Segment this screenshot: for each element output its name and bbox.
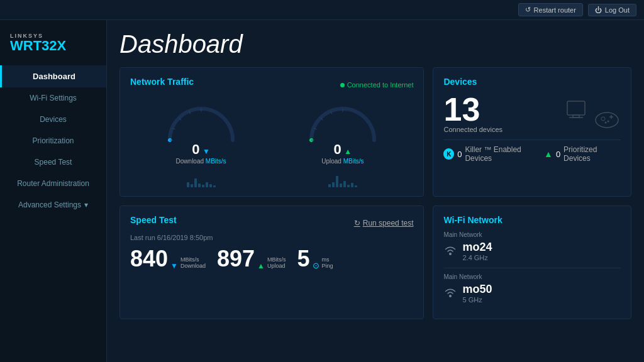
wifi-divider [443,268,621,268]
wifi-section-2: Main Network mo50 5 GHz [443,273,621,304]
upload-arrow-icon: ▲ [344,147,352,156]
bar [209,184,212,187]
speed-test-title: Speed Test [130,215,177,225]
wifi-network-card: Wi-Fi Network Main Network [433,206,631,319]
download-indicator-icon: ▼ [170,261,178,270]
download-arrow-icon: ▼ [203,147,210,156]
speed-test-header: Speed Test ↻ Run speed test [130,215,413,231]
traffic-header: Network Traffic Connected to Internet [130,77,413,93]
wifi-section-1: Main Network mo24 2.4 GH [443,231,621,261]
page-title: Dashboard [119,30,631,58]
devices-count: 13 [443,93,502,126]
devices-connected-label: Connected devices [443,126,502,133]
wifi-signal-icon-2 [443,287,457,300]
bar [351,183,353,187]
top-cards-row: Network Traffic Connected to Internet [119,67,631,197]
killer-stat: K 0 Killer ™ Enabled Devices [443,145,544,163]
restart-icon: ↺ [525,6,531,14]
download-gauge-svg [160,99,242,146]
wifi-title: Wi-Fi Network [443,215,621,225]
download-value: 0 [192,141,199,157]
wifi-signal-icon-1 [443,244,457,258]
sidebar-item-wifi-settings[interactable]: Wi-Fi Settings [0,87,106,109]
gauges-area: 0 ▼ Download MBits/s [130,99,413,187]
svg-point-26 [608,120,609,122]
logo-model: WRT32X [10,39,96,53]
bar [355,185,357,187]
wifi-network-1: mo24 2.4 GHz [443,241,621,261]
logout-button[interactable]: ⏻ Log Out [588,4,636,16]
devices-card: Devices 13 Connected devices [433,67,631,197]
bar [198,184,201,187]
sidebar-item-advanced-settings[interactable]: Advanced Settings ▾ [0,194,106,216]
restart-router-button[interactable]: ↺ Restart router [518,3,583,16]
sidebar: LINKSYS WRT32X Dashboard Wi-Fi Settings … [0,20,107,362]
wifi-network-1-name: mo24 [462,241,492,254]
bar [328,184,331,187]
speed-ping-stat: 5 ⊙ ms Ping [297,248,333,270]
wifi-icon-svg-1 [443,244,457,256]
wifi-icon-svg-2 [443,287,457,298]
bar [343,181,346,187]
bottom-cards-row: Speed Test ↻ Run speed test Last run 6/1… [119,206,631,319]
wifi-network-2-name: mo50 [462,283,492,296]
svg-point-25 [605,121,607,123]
devices-icons-svg [564,96,621,131]
bar [332,182,335,187]
topbar: ↺ Restart router ⏻ Log Out [0,0,644,20]
last-run-label: Last run 6/16/2019 8:50pm [130,234,413,241]
power-icon: ⏻ [595,6,602,14]
bar [340,184,342,187]
logo-area: LINKSYS WRT32X [0,26,106,65]
bar [191,184,193,187]
network-traffic-card: Network Traffic Connected to Internet [119,67,424,197]
network-traffic-title: Network Traffic [130,77,194,87]
bar [347,185,350,187]
run-speed-test-link[interactable]: ↻ Run speed test [354,219,414,228]
connected-badge: Connected to Internet [340,81,414,89]
upload-indicator-icon: ▲ [257,261,265,270]
wifi-main-label-1: Main Network [443,231,621,238]
wifi-main-label-2: Main Network [443,273,621,280]
sidebar-item-router-admin[interactable]: Router Administration [0,173,106,194]
bar [206,182,208,187]
svg-point-22 [601,117,605,121]
svg-point-21 [596,112,618,128]
speed-download-stat: 840 ▼ MBits/s Download [130,248,206,270]
download-gauge: 0 ▼ Download MBits/s [160,99,242,187]
bar [202,185,204,187]
refresh-icon: ↻ [354,219,360,228]
sidebar-item-prioritization[interactable]: Prioritization [0,130,106,151]
speed-ping-value: 5 [297,248,309,270]
sidebar-item-dashboard[interactable]: Dashboard [0,65,106,87]
content-area: Dashboard Network Traffic Connected to I… [107,20,644,362]
chevron-down-icon: ▾ [84,200,88,209]
svg-point-27 [449,253,452,255]
upload-label: Upload MBits/s [321,158,364,165]
bar [213,185,216,187]
sidebar-item-devices[interactable]: Devices [0,109,106,130]
wifi-network-1-freq: 2.4 GHz [462,254,492,261]
download-label: Download MBits/s [176,158,226,165]
speed-test-card: Speed Test ↻ Run speed test Last run 6/1… [119,206,424,319]
speed-stats: 840 ▼ MBits/s Download 897 ▲ MBits/s [130,248,413,270]
upload-gauge-svg [302,99,384,146]
killer-count: 0 [457,150,462,159]
killer-icon: K [443,148,454,160]
sidebar-item-speed-test[interactable]: Speed Test [0,151,106,173]
ping-icon: ⊙ [313,261,319,270]
prio-arrow-icon: ▲ [544,149,553,159]
bar [336,176,338,187]
wifi-network-2: mo50 5 GHz [443,283,621,304]
upload-value: 0 [334,141,341,157]
speed-download-value: 840 [130,248,168,270]
bar [194,178,197,187]
bar [187,182,189,187]
devices-stats: K 0 Killer ™ Enabled Devices ▲ 0 Priorit… [443,145,621,163]
svg-rect-18 [567,101,585,115]
svg-point-28 [449,295,452,297]
connected-dot [340,83,345,87]
wifi-network-2-freq: 5 GHz [462,296,492,304]
prioritized-count: 0 [556,150,560,159]
divider [443,140,621,140]
